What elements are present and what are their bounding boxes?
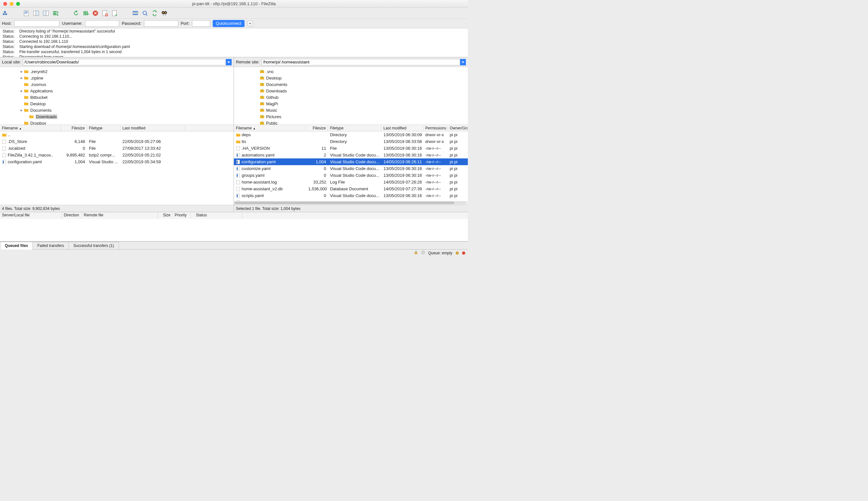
tree-item-label: Github — [266, 95, 279, 100]
svg-text:?: ? — [261, 121, 263, 125]
remote-file-row[interactable]: .HA_VERSION11File13/05/2019 06:30:16-rw-… — [234, 145, 468, 152]
remote-file-row[interactable]: ttsDirectory13/05/2019 06:33:58drwxr-xr-… — [234, 138, 468, 145]
quickconnect-button[interactable]: Quickconnect — [213, 20, 244, 27]
process-queue-icon[interactable] — [82, 9, 90, 17]
quickconnect-history-button[interactable] — [247, 21, 253, 26]
local-tree-item[interactable]: ▸.zipline — [0, 75, 233, 81]
local-file-row[interactable]: .DS_Store6,148File22/05/2019 05:27:06 — [0, 138, 233, 145]
remote-tree-item[interactable]: ?Public — [234, 120, 468, 125]
reconnect-icon[interactable] — [111, 9, 118, 17]
queue-header[interactable]: Server/Local file Direction Remote file … — [0, 212, 468, 219]
log-message: Connected to 192.168.1.110 — [19, 39, 134, 44]
zoom-window-button[interactable] — [16, 2, 20, 6]
tree-item-label: MagPi — [266, 102, 278, 106]
local-tree-item[interactable]: ▸Documents — [0, 107, 233, 113]
password-input[interactable] — [144, 20, 178, 27]
remote-file-row[interactable]: depsDirectory13/05/2019 06:30:09drwxr-xr… — [234, 131, 468, 138]
disconnect-icon[interactable] — [101, 9, 109, 17]
svg-rect-2 — [4, 11, 6, 12]
folder-icon — [24, 95, 29, 99]
remote-tree-item[interactable]: ?Documents — [234, 81, 468, 88]
remote-file-row[interactable]: home-assistant.log33,252Log File14/05/20… — [234, 179, 468, 185]
close-window-button[interactable] — [3, 2, 7, 6]
tab-successful-transfers[interactable]: Successful transfers (1) — [69, 242, 119, 249]
remote-tree-item[interactable]: ?Github — [234, 94, 468, 100]
svg-text:?: ? — [261, 89, 263, 93]
local-tree-item[interactable]: ▸Applications — [0, 88, 233, 94]
remote-path-dropdown[interactable] — [460, 59, 466, 65]
remote-path-input[interactable] — [261, 59, 460, 65]
help-icon[interactable]: ? — [421, 250, 425, 255]
local-tree-item[interactable]: Downloads — [0, 113, 233, 120]
expand-icon[interactable]: ▸ — [19, 88, 24, 93]
remote-file-row[interactable]: scripts.yaml0Visual Studio Code docu...1… — [234, 192, 468, 199]
username-input[interactable] — [85, 20, 119, 27]
local-file-row[interactable]: .localized0File27/09/2017 13:33:42 — [0, 145, 233, 152]
directory-comparison-icon[interactable] — [141, 9, 149, 17]
toggle-local-tree-icon[interactable] — [32, 9, 40, 17]
toggle-remote-tree-icon[interactable] — [42, 9, 50, 17]
remote-file-row[interactable]: customize.yaml0Visual Studio Code docu..… — [234, 165, 468, 172]
local-file-header[interactable]: Filename ▲ Filesize Filetype Last modifi… — [0, 125, 233, 131]
remote-directory-tree[interactable]: ?.vnc?Desktop?Documents?Downloads?Github… — [234, 67, 468, 125]
svg-point-21 — [163, 12, 164, 13]
remote-tree-item[interactable]: ?Desktop — [234, 75, 468, 81]
svg-rect-23 — [2, 140, 6, 143]
remote-file-row[interactable]: groups.yaml0Visual Studio Code docu...13… — [234, 172, 468, 179]
tab-queued-files[interactable]: Queued files — [0, 242, 33, 249]
local-tree-item[interactable]: Desktop — [0, 100, 233, 107]
local-tree-item[interactable]: Bitbucket — [0, 94, 233, 100]
cancel-icon[interactable] — [92, 9, 99, 17]
local-path-dropdown[interactable] — [226, 59, 232, 65]
local-tree-item[interactable]: .zoomus — [0, 81, 233, 88]
remote-file-header[interactable]: Filename ▲ Filesize Filetype Last modifi… — [234, 125, 468, 131]
file-type: File — [328, 146, 381, 151]
remote-file-list[interactable]: depsDirectory13/05/2019 06:30:09drwxr-xr… — [234, 131, 468, 201]
expand-icon[interactable]: ▸ — [19, 108, 24, 113]
tab-failed-transfers[interactable]: Failed transfers — [33, 242, 69, 249]
svg-text:?: ? — [422, 251, 424, 254]
local-tree-item[interactable]: ▸.zerynth2 — [0, 68, 233, 75]
remote-file-row[interactable]: secrets.yaml157Visual Studio Code docu..… — [234, 199, 468, 201]
minimize-window-button[interactable] — [10, 2, 13, 6]
file-modified: 13/05/2019 06:30:16 — [381, 200, 423, 201]
queue-body[interactable] — [0, 219, 468, 242]
local-path-input[interactable] — [23, 59, 226, 65]
file-permissions: -rw-r--r-- — [423, 159, 448, 164]
folder-icon — [24, 121, 29, 125]
message-log[interactable]: Status:Directory listing of "/home/pi/.h… — [0, 28, 468, 57]
local-directory-tree[interactable]: ▸.zerynth2▸.zipline.zoomus▸ApplicationsB… — [0, 67, 233, 125]
toggle-queue-icon[interactable] — [52, 9, 59, 17]
file-name: secrets.yaml — [242, 200, 265, 201]
remote-file-row[interactable]: automations.yaml2Visual Studio Code docu… — [234, 152, 468, 158]
remote-tree-item[interactable]: ?Pictures — [234, 113, 468, 120]
svg-rect-43 — [237, 168, 238, 170]
folder-icon — [24, 88, 29, 93]
host-input[interactable] — [14, 20, 59, 27]
transfer-indicator-2 — [462, 252, 465, 255]
remote-tree-item[interactable]: ?.vnc — [234, 68, 468, 75]
toggle-log-icon[interactable] — [23, 9, 30, 17]
local-file-row[interactable]: configuration.yaml1,004Visual Studio ...… — [0, 158, 233, 165]
synchronized-browsing-icon[interactable] — [151, 9, 158, 17]
file-modified: 13/05/2019 06:30:16 — [381, 146, 423, 151]
local-tree-item[interactable]: Dropbox — [0, 120, 233, 125]
directory-listing-filter-icon[interactable] — [132, 9, 139, 17]
remote-file-row[interactable]: home-assistant_v2.db1,536,000Database Do… — [234, 185, 468, 192]
expand-icon[interactable]: ▸ — [19, 76, 24, 80]
remote-file-row[interactable]: configuration.yaml1,004Visual Studio Cod… — [234, 158, 468, 165]
local-file-list[interactable]: ...DS_Store6,148File22/05/2019 05:27:06.… — [0, 131, 233, 205]
remote-tree-item[interactable]: ?Downloads — [234, 88, 468, 94]
refresh-icon[interactable] — [72, 9, 80, 17]
file-permissions: -rw-r--r-- — [423, 186, 448, 191]
file-search-icon[interactable] — [160, 9, 168, 17]
remote-tree-item[interactable]: ?Music — [234, 107, 468, 113]
remote-horizontal-scrollbar[interactable] — [234, 202, 466, 204]
tree-item-label: .zoomus — [30, 82, 46, 87]
expand-icon[interactable]: ▸ — [19, 69, 24, 74]
site-manager-icon[interactable] — [2, 9, 10, 17]
port-input[interactable] — [192, 20, 210, 27]
local-file-row[interactable]: .. — [0, 131, 233, 138]
remote-tree-item[interactable]: ?MagPi — [234, 100, 468, 107]
local-file-row[interactable]: FileZilla_3.42.1_macos..9,895,482bzip2 c… — [0, 152, 233, 158]
